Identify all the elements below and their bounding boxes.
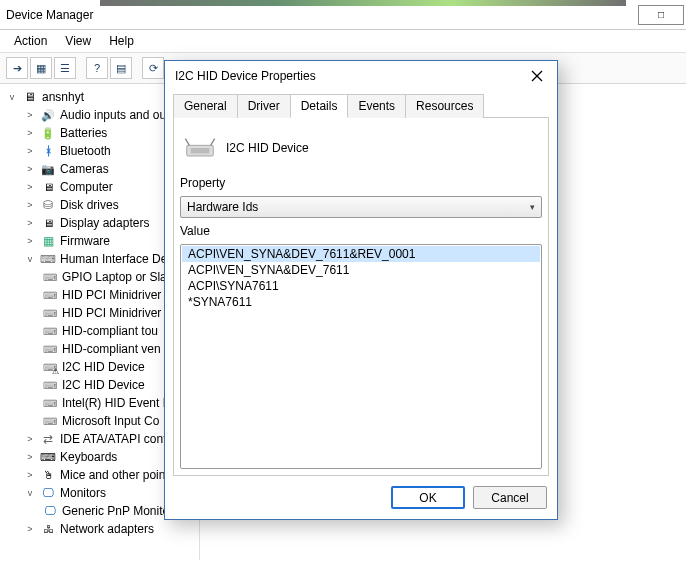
svg-rect-3 (191, 148, 210, 153)
maximize-button[interactable]: □ (638, 5, 684, 25)
value-listbox[interactable]: ACPI\VEN_SYNA&DEV_7611&REV_0001 ACPI\VEN… (180, 244, 542, 469)
keyboard-icon (40, 449, 56, 465)
toolbar-update-button[interactable]: ⟳ (142, 57, 164, 79)
audio-icon (40, 107, 56, 123)
chevron-right-icon[interactable]: > (24, 145, 36, 157)
toolbar-grid-button[interactable]: ▦ (30, 57, 52, 79)
dialog-buttons: OK Cancel (165, 476, 557, 519)
chevron-right-icon[interactable]: > (24, 433, 36, 445)
device-manager-window: Device Manager □ Action View Help ➔ ▦ ☰ … (0, 0, 686, 564)
tree-item-network[interactable]: >Network adapters (6, 520, 197, 538)
tab-events[interactable]: Events (347, 94, 406, 118)
tab-strip: General Driver Details Events Resources (173, 93, 549, 118)
camera-icon (40, 161, 56, 177)
hid-device-large-icon (184, 132, 216, 164)
menu-help[interactable]: Help (109, 34, 134, 48)
device-identity: I2C HID Device (180, 130, 542, 170)
hid-device-icon (42, 395, 58, 411)
value-label: Value (180, 224, 542, 238)
menu-view[interactable]: View (65, 34, 91, 48)
window-title: Device Manager (6, 8, 93, 22)
tab-driver[interactable]: Driver (237, 94, 291, 118)
chevron-right-icon[interactable]: > (24, 235, 36, 247)
hid-device-icon (42, 341, 58, 357)
bluetooth-icon (40, 143, 56, 159)
hid-device-icon (42, 323, 58, 339)
chevron-right-icon[interactable]: > (24, 127, 36, 139)
ide-icon (40, 431, 56, 447)
tab-general[interactable]: General (173, 94, 238, 118)
hid-device-icon (42, 377, 58, 393)
value-row[interactable]: ACPI\VEN_SYNA&DEV_7611 (182, 262, 540, 278)
monitor-icon (42, 503, 58, 519)
device-name: I2C HID Device (226, 141, 309, 155)
toolbar-help-button[interactable]: ? (86, 57, 108, 79)
chevron-down-icon[interactable]: v (24, 487, 36, 499)
tab-details[interactable]: Details (290, 94, 349, 118)
chevron-right-icon[interactable]: > (24, 451, 36, 463)
value-row[interactable]: *SYNA7611 (182, 294, 540, 310)
computer-icon (40, 179, 56, 195)
firmware-icon (40, 233, 56, 249)
menubar: Action View Help (0, 30, 686, 53)
window-titlebar: Device Manager □ (0, 0, 686, 30)
disk-icon (40, 197, 56, 213)
display-icon (40, 215, 56, 231)
property-label: Property (180, 176, 542, 190)
toolbar-list-button[interactable]: ☰ (54, 57, 76, 79)
chevron-right-icon[interactable]: > (24, 523, 36, 535)
network-icon (40, 521, 56, 537)
tab-resources[interactable]: Resources (405, 94, 484, 118)
chevron-down-icon: ▾ (530, 202, 535, 212)
dialog-title: I2C HID Device Properties (175, 69, 316, 83)
computer-icon (22, 89, 38, 105)
menu-action[interactable]: Action (14, 34, 47, 48)
chevron-right-icon[interactable]: > (24, 199, 36, 211)
ok-button[interactable]: OK (391, 486, 465, 509)
mouse-icon (40, 467, 56, 483)
value-row[interactable]: ACPI\VEN_SYNA&DEV_7611&REV_0001 (182, 246, 540, 262)
hid-icon (40, 251, 56, 267)
hid-device-warning-icon (42, 359, 58, 375)
chevron-down-icon[interactable]: v (6, 91, 18, 103)
value-row[interactable]: ACPI\SYNA7611 (182, 278, 540, 294)
hid-device-icon (42, 269, 58, 285)
monitor-icon (40, 485, 56, 501)
battery-icon (40, 125, 56, 141)
hid-device-icon (42, 287, 58, 303)
dropdown-value: Hardware Ids (187, 200, 258, 214)
details-panel: I2C HID Device Property Hardware Ids ▾ V… (173, 118, 549, 476)
toolbar-props-button[interactable]: ▤ (110, 57, 132, 79)
property-dropdown[interactable]: Hardware Ids ▾ (180, 196, 542, 218)
properties-dialog: I2C HID Device Properties General Driver… (164, 60, 558, 520)
chevron-down-icon[interactable]: v (24, 253, 36, 265)
cancel-button[interactable]: Cancel (473, 486, 547, 509)
chevron-right-icon[interactable]: > (24, 163, 36, 175)
dialog-titlebar: I2C HID Device Properties (165, 61, 557, 91)
chevron-right-icon[interactable]: > (24, 181, 36, 193)
close-button[interactable] (525, 64, 549, 88)
toolbar-forward-button[interactable]: ➔ (6, 57, 28, 79)
hid-device-icon (42, 413, 58, 429)
chevron-right-icon[interactable]: > (24, 109, 36, 121)
chevron-right-icon[interactable]: > (24, 469, 36, 481)
chevron-right-icon[interactable]: > (24, 217, 36, 229)
close-icon (531, 70, 543, 82)
hid-device-icon (42, 305, 58, 321)
